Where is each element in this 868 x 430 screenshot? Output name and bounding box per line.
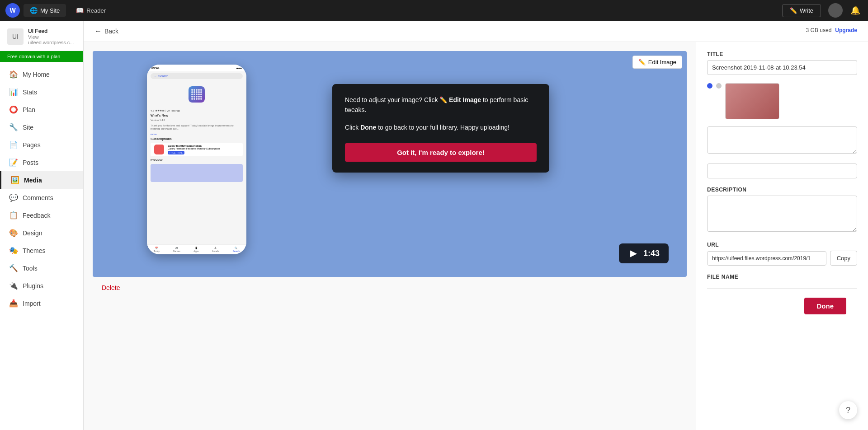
caption-field-group: [707, 126, 857, 155]
sidebar-item-feedback[interactable]: 📋 Feedback: [0, 206, 83, 224]
sidebar-nav: 🏠 My Home 📊 Stats ⭕ Plan 🔧 Site 📄 Pages …: [0, 62, 83, 430]
my-home-icon: 🏠: [9, 70, 18, 79]
title-input[interactable]: [707, 60, 857, 75]
sidebar-item-design[interactable]: 🎨 Design: [0, 224, 83, 242]
tooltip-text-2: Click Done to go back to your full libra…: [345, 122, 537, 132]
write-button[interactable]: ✏️ Write: [782, 4, 821, 17]
site-name: UI Feed: [28, 28, 76, 34]
user-avatar[interactable]: [828, 3, 843, 18]
storage-used: 3 GB used: [806, 27, 832, 33]
sidebar-item-plan[interactable]: ⭕ Plan: [0, 101, 83, 118]
help-icon: ?: [846, 406, 850, 415]
pages-icon: 📄: [9, 140, 18, 149]
themes-icon: 🎭: [9, 246, 18, 255]
feedback-icon: 📋: [9, 211, 18, 220]
tooltip-pencil-icon: ✏️: [439, 96, 449, 103]
media-info-panel: Title Descri: [696, 42, 868, 430]
done-button-area: Done: [707, 288, 857, 323]
phone-whats-new: What's New: [147, 113, 246, 118]
sidebar-item-site[interactable]: 🔧 Site: [0, 118, 83, 136]
phone-search-bar: ← Search: [151, 73, 243, 79]
sidebar-item-import[interactable]: 📥 Import: [0, 294, 83, 312]
sub-app-icon: [154, 145, 164, 154]
video-duration: 1:43: [643, 249, 660, 258]
phone-subscriptions: Subscriptions: [147, 136, 246, 141]
url-field-group: URL Copy: [707, 242, 857, 266]
sidebar-item-comments[interactable]: 💬 Comments: [0, 189, 83, 206]
sidebar-item-stats[interactable]: 📊 Stats: [0, 83, 83, 101]
top-bar: W 🌐 My Site 📖 Reader ✏️ Write 🔔: [0, 0, 868, 21]
back-button[interactable]: ← Back: [94, 27, 118, 35]
tooltip-edit-image-text: Edit Image: [449, 96, 481, 103]
url-row: Copy: [707, 251, 857, 266]
video-overlay[interactable]: ▶ 1:43: [619, 243, 669, 263]
phone-subscription-item: Calory Monthly Subscription Calory Premi…: [151, 143, 243, 156]
site-info: UI UI Feed View uifeed.wordpress.c...: [0, 21, 83, 51]
sidebar-item-plugins[interactable]: 🔌 Plugins: [0, 277, 83, 294]
thumbnail-row: [707, 83, 857, 119]
phone-preview: Preview: [147, 158, 246, 163]
phone-more: more: [147, 132, 246, 136]
media-icon: 🖼️: [10, 176, 19, 184]
my-site-icon: 🌐: [30, 7, 38, 14]
caption-input[interactable]: [707, 126, 857, 154]
edit-image-button[interactable]: ✏️ Edit Image: [632, 56, 682, 69]
play-button[interactable]: ▶: [628, 248, 639, 259]
site-url: View uifeed.wordpress.c...: [28, 34, 76, 45]
tooltip-prefix-2: Click: [345, 124, 360, 131]
delete-button[interactable]: Delete: [93, 277, 687, 299]
site-icon-nav: 🔧: [9, 123, 18, 131]
comments-icon: 💬: [9, 193, 18, 202]
phone-mockup: 09:41 ●●● ← Search: [147, 65, 246, 254]
tools-icon: 🔨: [9, 264, 18, 272]
file-name-label: FILE NAME: [707, 274, 857, 280]
site-icon: UI: [7, 28, 24, 45]
sidebar-item-posts[interactable]: 📝 Posts: [0, 154, 83, 171]
content-header: ← Back: [84, 21, 868, 42]
posts-icon: 📝: [9, 158, 18, 167]
phone-tabs: 📅Today 🎮Games 📱Apps 🕹Arcade 🔍Search: [147, 244, 246, 254]
copy-button[interactable]: Copy: [830, 251, 857, 266]
tooltip-cta-button[interactable]: Got it, I'm ready to explore!: [345, 143, 537, 162]
free-domain-banner[interactable]: Free domain with a plan: [0, 51, 83, 62]
stats-icon: 📊: [9, 88, 18, 96]
pencil-icon: ✏️: [638, 59, 646, 65]
file-name-field-group: FILE NAME: [707, 274, 857, 280]
reader-tab[interactable]: 📖 Reader: [70, 4, 112, 17]
plan-icon: ⭕: [9, 105, 18, 114]
done-button[interactable]: Done: [804, 298, 847, 314]
url-label: URL: [707, 242, 857, 248]
phone-screen: 09:41 ●●● ← Search: [147, 65, 246, 254]
phone-statusbar: 09:41 ●●●: [147, 65, 246, 71]
notifications-bell[interactable]: 🔔: [848, 3, 863, 18]
help-button[interactable]: ?: [839, 401, 857, 419]
upgrade-button[interactable]: Upgrade: [835, 27, 857, 33]
url-input[interactable]: [707, 251, 826, 266]
my-site-tab[interactable]: 🌐 My Site: [24, 4, 66, 17]
description-input[interactable]: [707, 196, 857, 232]
content-area: 3 GB used Upgrade ← Back 09:41 ●: [84, 21, 868, 430]
sidebar-item-media[interactable]: 🖼️ Media: [0, 171, 83, 189]
app-icon: [189, 86, 205, 103]
back-label: Back: [104, 28, 118, 35]
thumbnail-preview[interactable]: [725, 83, 779, 119]
storage-bar: 3 GB used Upgrade: [806, 27, 857, 33]
phone-preview-bar: [151, 164, 243, 182]
phone-version: Version 1.4.2: [147, 118, 246, 123]
phone-rating: 4.6 ★★★★☆ 24 Ratings: [147, 108, 246, 113]
sidebar-item-tools[interactable]: 🔨 Tools: [0, 259, 83, 277]
thumbnail-dot-1[interactable]: [707, 83, 712, 89]
title-label: Title: [707, 51, 857, 57]
free-trial-badge: FREE TRIAL: [168, 151, 184, 154]
sidebar-item-pages[interactable]: 📄 Pages: [0, 136, 83, 154]
import-icon: 📥: [9, 299, 18, 308]
wordpress-logo[interactable]: W: [5, 3, 20, 18]
sidebar-item-themes[interactable]: 🎭 Themes: [0, 242, 83, 259]
design-icon: 🎨: [9, 229, 18, 237]
sidebar-item-my-home[interactable]: 🏠 My Home: [0, 65, 83, 83]
thumbnail-dot-2[interactable]: [716, 83, 722, 89]
alt-text-input[interactable]: [707, 164, 857, 178]
tooltip-text-1: Need to adjust your image? Click ✏️ Edit…: [345, 95, 537, 115]
sidebar: UI UI Feed View uifeed.wordpress.c... Fr…: [0, 21, 84, 430]
tooltip-prefix-1: Need to adjust your image? Click: [345, 96, 439, 103]
